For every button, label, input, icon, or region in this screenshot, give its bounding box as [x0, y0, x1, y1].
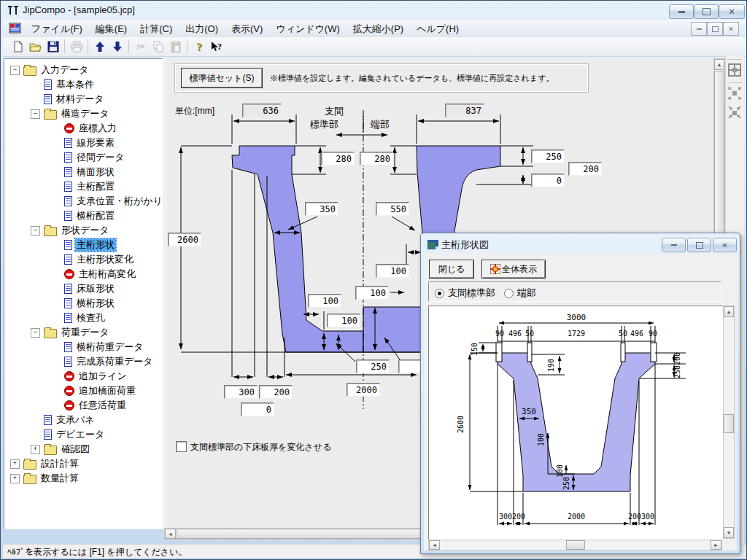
cut-icon[interactable]: ✂ — [133, 39, 149, 55]
popup-vscrollbar[interactable]: ▲ ▼ — [723, 306, 735, 539]
hscroll-thumb[interactable] — [177, 529, 432, 539]
tree-item-crossbeam-layout[interactable]: +横桁配置 — [4, 209, 163, 223]
menu-zoom[interactable]: 拡大縮小(P) — [347, 20, 410, 37]
tree-item-add-line[interactable]: +追加ライン — [4, 369, 163, 384]
tree-item-quantity-calc[interactable]: +数量計算 — [4, 471, 163, 486]
move-up-icon[interactable] — [92, 39, 108, 55]
top-width-end-field[interactable] — [445, 104, 484, 117]
bottom-offset2-field[interactable] — [259, 385, 293, 399]
menu-window[interactable]: ウィンドウ(W) — [269, 20, 346, 37]
tree-item-slab-shape[interactable]: +床版形状 — [4, 281, 163, 296]
popup-hscrollbar[interactable]: ◄ ► — [428, 540, 722, 551]
tree-item-check-drawing[interactable]: +確認図 — [4, 442, 163, 456]
menu-output[interactable]: 出力(O) — [179, 20, 225, 37]
menu-calc[interactable]: 計算(C) — [133, 20, 179, 37]
tree-item-span-data[interactable]: +径間データ — [4, 150, 163, 165]
title-bar[interactable]: JipCompo - [sample05.jcp] ✕ — [1, 1, 746, 20]
tree-item-input-data[interactable]: −入力データ — [4, 63, 163, 77]
scroll-up-icon[interactable]: ▲ — [714, 59, 724, 70]
tree-item-material[interactable]: +材料データ — [4, 92, 163, 106]
radio-end-part[interactable]: 端部 — [504, 287, 536, 300]
save-icon[interactable] — [45, 39, 61, 55]
help-icon[interactable]: ? — [191, 39, 207, 55]
tree-item-bearing-spring[interactable]: +支承バネ — [4, 413, 163, 427]
tree-item-coords[interactable]: +座標入力 — [4, 121, 163, 136]
mdi-restore-button[interactable] — [707, 22, 723, 36]
new-file-icon[interactable] — [10, 39, 26, 55]
minimize-button[interactable] — [669, 4, 694, 19]
flange-std-field[interactable] — [321, 152, 355, 166]
std-haunch-upper-field[interactable] — [308, 294, 341, 308]
zoom-out-icon[interactable] — [727, 105, 742, 120]
popup-hscroll-thumb[interactable] — [566, 540, 585, 550]
menu-edit[interactable]: 編集(E) — [89, 20, 133, 37]
height-field[interactable] — [168, 233, 201, 246]
open-file-icon[interactable] — [28, 39, 44, 55]
tree-item-load-data[interactable]: −荷重データ — [4, 325, 163, 340]
document-icon — [64, 313, 72, 323]
tree-item-structure[interactable]: −構造データ — [4, 106, 163, 121]
paste-icon[interactable] — [168, 39, 184, 55]
tree-item-inspection-hole[interactable]: +検査孔 — [4, 311, 163, 325]
slab-thickness-std-field[interactable] — [356, 359, 390, 373]
web-std-field[interactable] — [305, 202, 338, 216]
restore-button[interactable] — [694, 4, 719, 19]
web-end-field[interactable] — [376, 202, 409, 216]
menu-file[interactable]: ファイル(F) — [25, 20, 89, 37]
mdi-minimize-button[interactable] — [691, 22, 707, 36]
document-icon[interactable] — [9, 23, 22, 37]
close-button[interactable]: ✕ — [719, 4, 745, 19]
tree-item-crossbeam-load[interactable]: +横桁荷重データ — [4, 340, 163, 354]
bottom-offset1-field[interactable] — [224, 385, 258, 399]
end-haunch-upper-field[interactable] — [376, 264, 409, 278]
tree-item-alignment[interactable]: +線形要素 — [4, 136, 163, 150]
tree-item-deviator[interactable]: +デビエータ — [4, 427, 163, 442]
end-flange3-field[interactable] — [531, 174, 565, 187]
tree-item-girder-shape-change[interactable]: +主桁形状変化 — [4, 252, 163, 267]
full-view-button[interactable]: 全体表示 — [481, 260, 546, 279]
fit-view-icon[interactable] — [727, 63, 742, 77]
tree-item-girder-layout[interactable]: +主桁配置 — [4, 179, 163, 194]
top-width-std-field[interactable] — [242, 104, 282, 117]
tree-item-add-deck-load[interactable]: +追加橋面荷重 — [4, 384, 163, 398]
print-icon[interactable] — [69, 39, 85, 55]
vary-bottom-slab-checkbox[interactable] — [176, 441, 187, 452]
move-down-icon[interactable] — [109, 39, 125, 55]
flange-end-field[interactable] — [360, 152, 393, 166]
tree-item-bearing[interactable]: +支承位置・桁がかり — [4, 194, 163, 209]
radio-span-standard[interactable]: 支間標準部 — [435, 287, 495, 300]
end-haunch-lower-field[interactable] — [355, 286, 389, 300]
zoom-in-icon[interactable] — [727, 86, 742, 101]
tree-item-design-calc[interactable]: +設計計算 — [4, 456, 163, 471]
tree-item-deck-shape[interactable]: +橋面形状 — [4, 165, 163, 179]
mdi-close-button[interactable]: ✕ — [723, 22, 739, 36]
popup-close-view-button[interactable]: 閉じる — [429, 260, 474, 279]
copy-icon[interactable] — [150, 39, 166, 55]
end-flange1-field[interactable] — [531, 149, 565, 163]
menu-help[interactable]: ヘルプ(H) — [410, 20, 465, 37]
bottom-offset3-field[interactable] — [241, 402, 274, 416]
popup-scroll-up-icon[interactable]: ▲ — [724, 306, 734, 317]
tree-item-live-load[interactable]: +任意活荷重 — [4, 398, 163, 413]
tree-item-girder-shape[interactable]: +主桁形状 — [4, 238, 163, 252]
std-haunch-lower-field[interactable] — [327, 314, 360, 327]
popup-minimize-button[interactable] — [662, 238, 686, 252]
slab-half-width-field[interactable] — [347, 383, 380, 397]
tree-item-basic[interactable]: +基本条件 — [4, 77, 163, 92]
popup-vscroll-thumb[interactable] — [724, 414, 734, 433]
popup-scroll-right-icon[interactable]: ► — [711, 540, 721, 550]
girder-shape-view-window[interactable]: 主桁形状図 ✕ 閉じる 全体表示 支間標準部 端部 — [420, 233, 740, 554]
tree-item-shape-data[interactable]: −形状データ — [4, 223, 163, 238]
menu-view[interactable]: 表示(V) — [225, 20, 269, 37]
popup-scroll-left-icon[interactable]: ◄ — [429, 540, 440, 550]
context-help-icon[interactable]: ? — [209, 39, 225, 55]
end-flange2-field[interactable] — [568, 162, 602, 176]
popup-close-button[interactable]: ✕ — [713, 238, 737, 252]
tree-item-completed-load[interactable]: +完成系荷重データ — [4, 354, 163, 369]
tree-item-crossbeam-shape[interactable]: +横桁形状 — [4, 296, 163, 311]
popup-restore-button[interactable] — [687, 238, 711, 252]
tree-item-girder-height-change[interactable]: +主桁桁高変化 — [4, 267, 163, 281]
scroll-left-icon[interactable]: ◄ — [165, 529, 176, 539]
set-standard-button[interactable]: 標準値セット(S) — [181, 68, 263, 88]
popup-scroll-down-icon[interactable]: ▼ — [724, 527, 734, 538]
